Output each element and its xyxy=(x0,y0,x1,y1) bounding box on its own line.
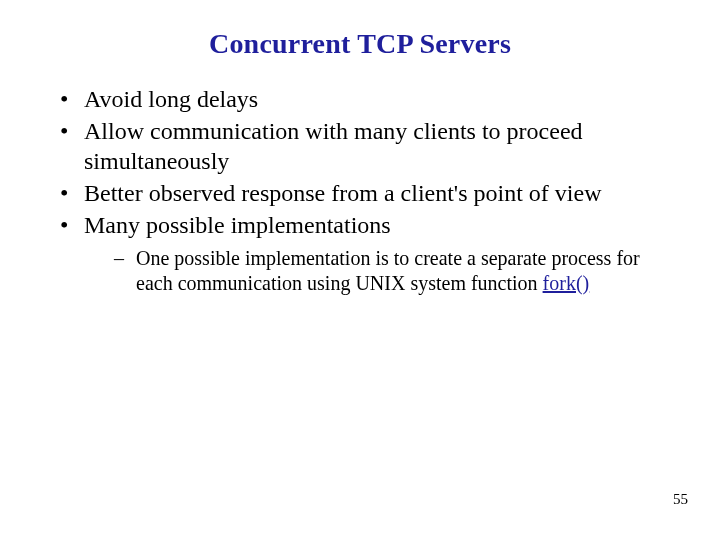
bullet-item-label: Many possible implementations xyxy=(84,212,391,238)
sub-bullet-item: One possible implementation is to create… xyxy=(84,246,670,296)
sub-bullet-list: One possible implementation is to create… xyxy=(84,246,670,296)
slide-container: Concurrent TCP Servers Avoid long delays… xyxy=(0,0,720,540)
fork-link: fork() xyxy=(543,272,590,294)
slide-title: Concurrent TCP Servers xyxy=(50,28,670,60)
bullet-item: Allow communication with many clients to… xyxy=(56,116,670,176)
page-number: 55 xyxy=(673,491,688,508)
bullet-item: Avoid long delays xyxy=(56,84,670,114)
bullet-list: Avoid long delays Allow communication wi… xyxy=(50,84,670,296)
bullet-item: Better observed response from a client's… xyxy=(56,178,670,208)
bullet-item: Many possible implementations One possib… xyxy=(56,210,670,296)
